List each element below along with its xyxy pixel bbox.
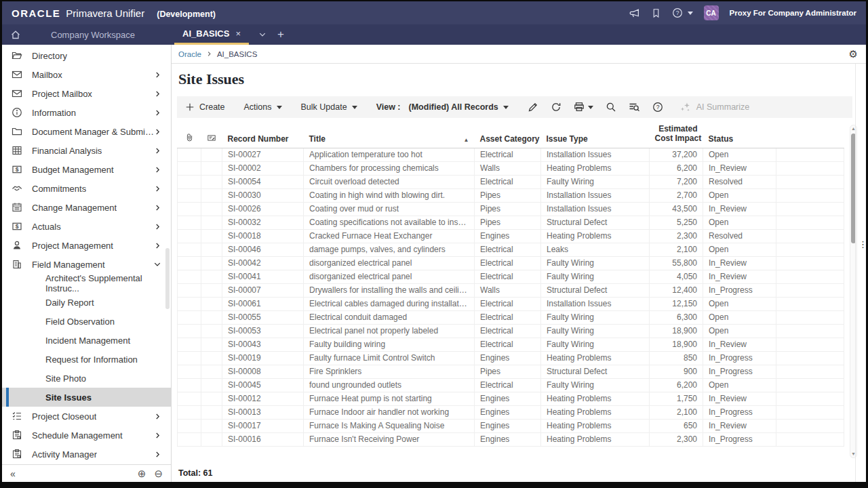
chevron-down-icon[interactable] (153, 260, 164, 268)
refresh-icon[interactable] (551, 102, 561, 113)
chevron-right-icon[interactable] (154, 147, 164, 155)
column-header-asset-category[interactable]: Asset Category (475, 123, 541, 148)
table-row[interactable]: SI-00055Electrical conduit damagedElectr… (178, 310, 844, 324)
column-header-issue-type[interactable]: Issue Type (541, 123, 650, 148)
sidebar-item-field-management[interactable]: Field Management (2, 255, 171, 274)
table-row[interactable]: SI-00007Drywallers for installing the wa… (178, 283, 844, 297)
table-row[interactable]: SI-00026Coating over mud or rustPipesIns… (178, 202, 844, 216)
sidebar-item-project-management[interactable]: Project Management (2, 236, 171, 255)
column-header-title[interactable]: Title ▲ (304, 123, 475, 148)
sidebar-item-project-closeout[interactable]: Project Closeout (2, 407, 171, 426)
chevron-right-icon[interactable] (154, 451, 164, 458)
record-flag-column-header[interactable] (201, 123, 222, 148)
gear-icon[interactable]: ⚙ (849, 49, 858, 59)
sidebar-item-mailbox[interactable]: Mailbox (2, 65, 171, 84)
attachment-column-header[interactable] (178, 123, 201, 148)
table-row[interactable]: SI-00046damage pumps, valves, and cylind… (178, 243, 844, 256)
create-button[interactable]: Create (185, 102, 225, 112)
avatar[interactable]: CA (704, 5, 719, 20)
create-label: Create (199, 102, 225, 112)
table-row[interactable]: SI-00027Application temperature too hotE… (178, 148, 844, 161)
sidebar-item-directory[interactable]: Directory (2, 46, 171, 65)
chevron-right-icon[interactable] (154, 413, 164, 420)
sidebar-item-commitments[interactable]: Commitments (2, 179, 171, 198)
table-row[interactable]: SI-00032Coating specifications not avail… (178, 216, 844, 229)
home-icon[interactable] (10, 24, 21, 45)
sidebar-item-document-manager-submittals[interactable]: Document Manager & Submittals (2, 122, 171, 141)
chevron-right-icon[interactable] (154, 432, 164, 439)
bookmark-icon[interactable] (651, 8, 661, 18)
chevron-right-icon[interactable] (154, 204, 164, 211)
cell-asset-category: Electrical (475, 297, 541, 310)
close-icon[interactable]: × (235, 28, 241, 39)
sort-ascending-icon[interactable]: ▲ (464, 137, 469, 143)
table-row[interactable]: SI-00041disorganized electrical panelEle… (178, 270, 844, 283)
table-row[interactable]: SI-00053Electrical panel not properly la… (178, 324, 844, 338)
chevron-right-icon[interactable] (154, 242, 164, 249)
sidebar-item-information[interactable]: Information (2, 103, 171, 122)
table-row[interactable]: SI-00002Chambers for processing chemical… (178, 161, 844, 175)
tab-list-chevron-icon[interactable] (258, 24, 267, 45)
breadcrumb-root[interactable]: Oracle (178, 50, 201, 58)
sidebar-item-activity-manager[interactable]: Activity Manager (2, 445, 171, 464)
sidebar-item-change-management[interactable]: Change Management (2, 198, 171, 217)
table-row[interactable]: SI-00042disorganized electrical panelEle… (178, 256, 844, 270)
table-row[interactable]: SI-00008Fire SprinklersPipesStructural D… (178, 365, 844, 378)
search-icon[interactable] (606, 102, 616, 113)
help-menu[interactable]: ? (672, 7, 693, 18)
table-row[interactable]: SI-00012Furnace Heat pump is not startin… (178, 392, 844, 405)
chevron-right-icon[interactable] (154, 128, 164, 136)
chevron-right-icon[interactable] (154, 185, 164, 192)
column-header-estimated-cost-impact[interactable]: Estimated Cost Impact (650, 123, 703, 148)
panel-drag-handle-icon[interactable]: ⋮ (859, 239, 867, 249)
table-row[interactable]: SI-00016Furnace Isn't Receiving PowerEng… (178, 432, 844, 446)
collapse-sidebar-icon[interactable]: « (10, 468, 16, 479)
zoom-in-icon[interactable]: ⊕ (138, 468, 146, 480)
ai-summarize-button[interactable]: AI Summarize (679, 102, 750, 113)
add-tab-button[interactable]: + (277, 24, 284, 45)
cell-record-number: SI-00032 (222, 216, 304, 229)
table-row[interactable]: SI-00030Coating in high wind with blowin… (178, 188, 844, 202)
table-row[interactable]: SI-00045found ungrounded outletsElectric… (178, 378, 844, 392)
sidebar-item-architect-s-supplemental-instruc[interactable]: Architect's Supplemental Instruc... (2, 274, 171, 293)
chevron-right-icon[interactable] (154, 90, 164, 98)
sidebar-item-schedule-management[interactable]: Schedule Management (2, 426, 171, 445)
sidebar-item-site-issues[interactable]: Site Issues (2, 388, 171, 407)
table-row[interactable]: SI-00054Circuit overload detectedElectri… (178, 175, 844, 188)
tab-ai-basics[interactable]: AI_BASICS × (174, 24, 249, 45)
chevron-right-icon[interactable] (154, 223, 164, 230)
print-dropdown[interactable] (574, 102, 593, 113)
sidebar-item-project-mailbox[interactable]: Project Mailbox (2, 84, 171, 103)
table-row[interactable]: SI-00043Faulty building wiringElectrical… (178, 338, 844, 351)
announcements-icon[interactable] (629, 7, 640, 19)
cell-attachment (178, 324, 201, 338)
actions-dropdown[interactable]: Actions (244, 102, 282, 112)
sidebar-scrollbar[interactable] (165, 248, 170, 309)
sidebar-item-budget-management[interactable]: $Budget Management (2, 160, 171, 179)
sidebar-item-request-for-information[interactable]: Request for Information (2, 350, 171, 369)
chevron-right-icon[interactable] (154, 109, 164, 117)
view-dropdown[interactable]: (Modified) All Records (409, 102, 509, 112)
table-row[interactable]: SI-00017Furnace Is Making A Squealing No… (178, 419, 844, 432)
sidebar-item-daily-report[interactable]: Daily Report (2, 293, 171, 312)
column-header-status[interactable]: Status (703, 123, 776, 148)
table-row[interactable]: SI-00061Electrical cables damaged during… (178, 297, 844, 310)
table-row[interactable]: SI-00018Cracked Furnace Heat ExchangerEn… (178, 229, 844, 243)
zoom-out-icon[interactable]: ⊖ (154, 468, 163, 480)
find-in-records-icon[interactable] (629, 102, 640, 113)
cell-attachment (178, 148, 201, 161)
tab-company-workspace[interactable]: Company Workspace (51, 24, 135, 45)
column-header-record-number[interactable]: Record Number (222, 123, 304, 148)
table-row[interactable]: SI-00019Faulty furnace Limit Control Swi… (178, 351, 844, 365)
bulk-update-dropdown[interactable]: Bulk Update (301, 102, 357, 112)
sidebar-item-site-photo[interactable]: Site Photo (2, 369, 171, 388)
chevron-right-icon[interactable] (154, 166, 164, 174)
chevron-right-icon[interactable] (154, 71, 164, 79)
sidebar-item-incident-management[interactable]: Incident Management (2, 331, 171, 350)
edit-icon[interactable] (528, 102, 538, 113)
help-icon[interactable]: ? (652, 102, 663, 113)
sidebar-item-actuals[interactable]: $Actuals (2, 217, 171, 236)
sidebar-item-financial-analysis[interactable]: Financial Analysis (2, 141, 171, 160)
table-row[interactable]: SI-00013Furnace Indoor air handler not w… (178, 405, 844, 419)
sidebar-item-field-observation[interactable]: Field Observation (2, 312, 171, 331)
